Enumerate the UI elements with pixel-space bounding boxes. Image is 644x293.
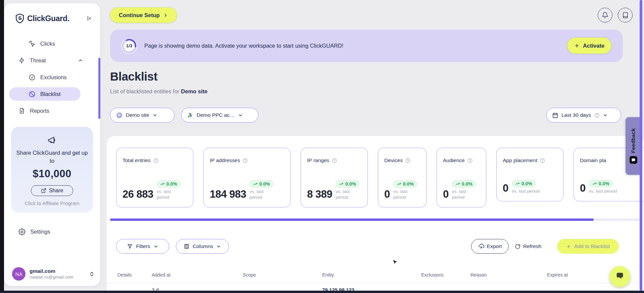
columns-dropdown[interactable]: Columns [176,239,229,254]
refresh-icon [515,244,521,249]
ban-icon [29,91,36,98]
chevron-down-icon [216,244,221,249]
stat-value: 0 [580,182,586,194]
table-header-divider [107,283,644,283]
page-scrollbar[interactable] [640,0,642,291]
chat-launcher-button[interactable] [609,266,630,287]
clickguard-app: ClickGuard. Clicks Threat [0,0,644,293]
stat-value: 26 883 [122,188,153,200]
sidebar-item-threat[interactable]: Threat [4,54,100,67]
notifications-button[interactable] [598,8,612,22]
sidebar-item-blacklist[interactable]: Blacklist [9,87,81,101]
activate-button[interactable]: Activate [567,38,611,54]
share-button[interactable]: Share [31,185,73,196]
stat-card-audience: Audience 0 0.0% vs. last period [437,148,486,207]
sidebar-scrollbar[interactable] [98,58,100,119]
delta-badge: 0.0% [589,180,613,187]
trending-up-icon [253,182,258,186]
sidebar-item-clicks[interactable]: Clicks [4,37,100,50]
sidebar-item-exclusions[interactable]: Exclusions [4,70,100,84]
calendar-icon [552,112,558,118]
table-row[interactable]: 3 d 79.125.98.123 [107,287,644,291]
feedback-label: Feedback [630,128,636,153]
progress-step: 1/3 [121,38,137,54]
cloud-download-icon [478,243,484,249]
promo-heading: Share ClickGuard and get up to [16,149,88,165]
funnel-icon [127,243,133,249]
chevron-up-icon[interactable] [78,58,83,63]
sidebar-item-reports[interactable]: Reports [4,104,100,117]
help-circle-icon[interactable] [332,158,337,163]
sidebar-item-label: Reports [30,108,49,114]
page-title: Blacklist [110,70,157,83]
stat-label: IP addresses [210,157,240,163]
stat-vs-label: vs. last period [589,188,617,194]
stat-card-ip-addresses: IP addresses 184 983 0.0% vs. last perio… [203,148,291,207]
trending-up-icon [515,181,520,186]
page-subtitle: List of blacklisted entities forDemo sit… [110,88,207,95]
column-header-added-at: Added at [152,272,170,278]
date-range-selector[interactable]: Last 30 days [546,108,621,123]
refresh-button[interactable]: Refresh [515,239,541,254]
ppc-account-value: Demo PPC ac… [197,112,235,118]
row-entity: 79.125.98.123 [322,287,354,291]
collapse-sidebar-icon[interactable] [86,15,93,22]
main-panel: Total entries 26 883 0.0% vs. last perio… [107,136,644,291]
sidebar-item-settings[interactable]: Settings [4,228,100,235]
clickguard-logo-icon [15,13,24,23]
gear-icon [18,228,26,235]
site-selector[interactable]: Demo site [110,108,175,123]
export-button[interactable]: Export [471,239,509,254]
settings-label: Settings [30,229,50,235]
help-circle-icon[interactable] [405,158,411,163]
plus-icon [566,244,571,249]
file-text-icon [18,107,25,114]
column-header-entity: Entity [322,272,334,278]
stat-vs-label: vs. last period [250,189,269,200]
megaphone-icon [16,136,88,145]
trending-up-icon [455,182,460,186]
cards-scrollbar-thumb[interactable] [110,218,594,221]
trending-up-icon [339,182,344,186]
add-to-blacklist-button[interactable]: Add to Blacklist [557,239,619,254]
brand-wordmark: ClickGuard. [27,14,83,23]
google-ads-icon [187,112,194,118]
export-label: Export [487,243,502,249]
account-switcher[interactable]: NA gmail.com naatali.ro@gmail.com [12,267,95,281]
ppc-account-selector[interactable]: Demo PPC ac… [181,108,258,123]
stat-label: Domain pla [580,157,606,163]
help-circle-icon[interactable] [594,112,600,118]
account-name: gmail.com [30,268,73,274]
chevron-down-icon [153,244,158,249]
continue-setup-button[interactable]: Continue Setup [110,7,177,23]
column-header-details: Details [117,272,132,278]
sidebar-item-label: Clicks [40,41,55,47]
help-circle-icon[interactable] [540,158,545,163]
stat-value: 0 [443,188,449,200]
filters-dropdown[interactable]: Filters [116,239,169,254]
sidebar-nav: Clicks Threat Exclusions [4,37,100,117]
affiliate-promo-card[interactable]: Share ClickGuard and get up to $10,000 S… [11,127,93,213]
docs-button[interactable] [618,8,633,22]
chevrons-up-down-icon [89,271,95,277]
activate-label: Activate [583,43,604,49]
help-circle-icon[interactable] [153,158,159,163]
feedback-tab[interactable]: Feedback [626,117,641,175]
mouse-pointer-click-icon [29,40,36,47]
badge-check-icon [29,74,36,81]
columns-label: Columns [193,243,213,249]
delta-badge: 0.0% [452,180,476,188]
stat-value: 0 [503,182,508,194]
table-header-row: Details Added at Scope Entity Exclusions… [107,270,644,283]
help-circle-icon[interactable] [242,158,248,163]
column-header-reason: Reason [470,272,487,278]
stat-card-app-placement: App placement 0 0.0% vs. last period [496,148,563,201]
chevron-down-icon [603,113,608,118]
delta-badge: 0.0% [512,180,536,187]
help-circle-icon[interactable] [467,158,473,163]
continue-setup-label: Continue Setup [119,12,160,18]
delta-badge: 0.0% [336,180,359,188]
stat-value: 184 983 [210,188,246,200]
sidebar-item-label: Exclusions [40,74,67,81]
stat-card-ip-ranges: IP ranges 8 389 0.0% vs. last period [301,148,368,207]
